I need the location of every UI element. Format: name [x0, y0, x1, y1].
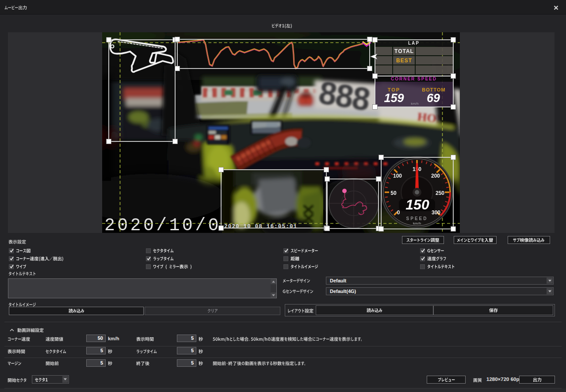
svg-text:km/h: km/h: [413, 221, 421, 225]
svg-text:50: 50: [390, 190, 397, 196]
svg-text:BEST: BEST: [396, 57, 412, 64]
svg-text:LAP: LAP: [408, 41, 420, 46]
svg-text:CORNER SPEED: CORNER SPEED: [391, 76, 437, 81]
svg-text:100: 100: [393, 173, 402, 179]
svg-text:TOTAL: TOTAL: [394, 48, 414, 54]
svg-text:km/h: km/h: [411, 102, 418, 106]
svg-text:2020 10 08 16:05:01: 2020 10 08 16:05:01: [224, 224, 297, 230]
svg-text:159: 159: [384, 91, 404, 105]
svg-text:300: 300: [432, 209, 440, 216]
svg-text:250: 250: [436, 190, 444, 196]
svg-text:2020/10/0: 2020/10/0: [104, 216, 221, 233]
svg-text:150: 150: [405, 197, 429, 213]
svg-text:69: 69: [427, 91, 440, 105]
svg-text:200: 200: [431, 173, 440, 179]
svg-text:0: 0: [397, 209, 400, 216]
svg-text:SPEED: SPEED: [406, 216, 428, 221]
